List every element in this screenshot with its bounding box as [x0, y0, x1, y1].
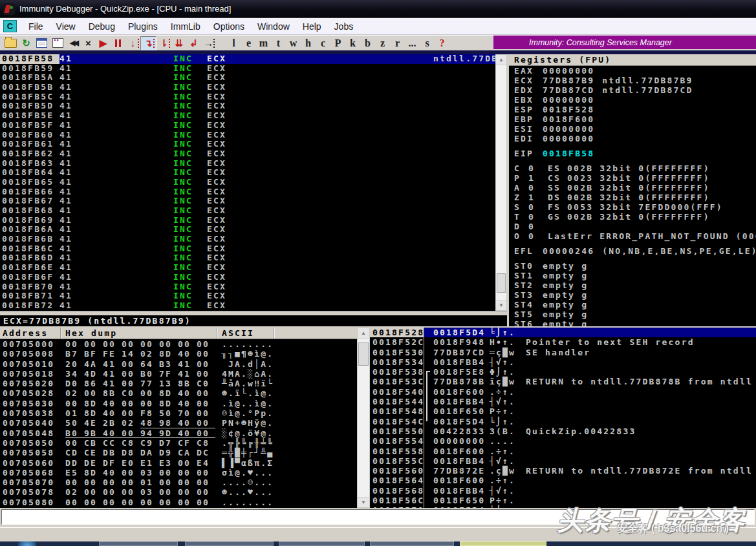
dump-row[interactable]: 0070502802008BC0008D4000☻.ï└.ì@. [0, 388, 357, 398]
disassembly-scrollbar[interactable]: ▲ ▼ [495, 54, 507, 311]
register-row[interactable]: Z1DS 002B 32bit 0(FFFFFFFF) [509, 193, 756, 202]
toolbar-letter-b[interactable]: b [360, 37, 375, 49]
register-row[interactable]: D0 [509, 222, 756, 231]
dump-row[interactable]: 00705068E58D400003000000σì@.♥... [0, 468, 357, 478]
disasm-row[interactable]: 0018FB6E41INCECX [0, 263, 495, 273]
disasm-row[interactable]: 0018FB6041INCECX [0, 131, 495, 140]
pause-icon[interactable] [111, 37, 125, 50]
disasm-row[interactable]: 0018FB7241INCECX [0, 301, 495, 311]
stack-row[interactable]: 0018F56077DB872E.ç█wRETURN to ntdll.77DB… [370, 466, 756, 476]
taskbar-button[interactable] [279, 541, 365, 546]
toolbar-letter-l[interactable]: l [226, 37, 241, 49]
run-icon[interactable]: ▶ [96, 37, 111, 50]
register-row[interactable]: P1CS 0023 32bit 0(FFFFFFFF) [509, 173, 756, 183]
stack-row[interactable]: 0018F5640018F600.÷↑. [370, 476, 756, 485]
stack-row[interactable]: 0018F53C77DB878Bïç█wRETURN to ntdll.77DB… [370, 377, 756, 386]
taskbar-button-active[interactable] [460, 541, 546, 546]
stack-row[interactable]: 0018F55400000000.... [370, 436, 756, 446]
scroll-up-icon[interactable]: ▲ [496, 55, 506, 65]
menu-item-plugins[interactable]: Plugins [122, 20, 164, 33]
toolbar-letter-?[interactable]: ? [435, 37, 449, 49]
register-row[interactable]: ESI00000000 [509, 124, 756, 134]
disasm-row[interactable]: 0018FB7041INCECX [0, 282, 495, 292]
dump-scrollbar[interactable]: ▲ ▼ [357, 328, 370, 508]
disasm-row[interactable]: 0018FB5B41INCECX [0, 83, 495, 92]
stack-row[interactable]: 0018F5380018F5E8Φ⌡↑. [370, 367, 756, 377]
open-folder-icon[interactable] [5, 39, 17, 48]
scroll-up-icon[interactable]: ▲ [358, 328, 369, 339]
register-row[interactable]: ESP0018F528 [509, 105, 756, 114]
pass-exception-icon[interactable]: → [201, 37, 216, 50]
toolbar-letter-...[interactable]: ... [405, 37, 420, 49]
windows-icon[interactable] [52, 38, 63, 48]
menu-item-jobs[interactable]: Jobs [328, 20, 360, 33]
toolbar-letter-e[interactable]: e [241, 37, 256, 49]
disasm-row[interactable]: 0018FB6B41INCECX [0, 235, 495, 244]
disasm-row[interactable]: 0018FB5941INCECX [0, 64, 495, 74]
cpu-child-window-icon[interactable]: C [3, 20, 17, 32]
scrollbar-thumb[interactable] [497, 273, 506, 293]
disasm-row[interactable]: 0018FB5F41INCECX [0, 121, 495, 131]
taskbar-button[interactable] [370, 541, 454, 546]
step-into-icon[interactable]: ↓ [125, 37, 140, 50]
register-row[interactable]: C0ES 002B 32bit 0(FFFFFFFF) [509, 163, 756, 173]
toolbar-letter-t[interactable]: t [271, 37, 286, 49]
register-row[interactable]: T0GS 002B 32bit 0(FFFFFFFF) [509, 212, 756, 222]
dump-row[interactable]: 00705010204A410064B34100 JA.d│A. [0, 359, 357, 369]
dump-row[interactable]: 00705048B09B4000949D4000░¢@.ö¥@. [0, 428, 357, 438]
dump-row[interactable]: 00705058CDCEDBD8DAD9CADC═╬█╪┌┘╩▄ [0, 448, 357, 457]
dump-row[interactable]: 007050800000000000000000........ [0, 498, 357, 507]
dump-row[interactable]: 00705030008D4000008D4000.ì@..ì@. [0, 399, 357, 408]
scroll-down-icon[interactable]: ▼ [358, 497, 369, 507]
register-row[interactable]: A0SS 002B 32bit 0(FFFFFFFF) [509, 183, 756, 193]
register-row[interactable]: S0FS 0053 32bit 7EFDD000(FFF) [509, 202, 756, 212]
toolbar-letter-w[interactable]: w [286, 37, 301, 49]
menu-item-help[interactable]: Help [296, 20, 328, 33]
register-row[interactable]: EBP0018F600 [509, 114, 756, 124]
toolbar-letter-m[interactable]: m [256, 37, 271, 49]
disasm-row[interactable]: 0018FB6641INCECX [0, 187, 495, 197]
menu-item-file[interactable]: File [22, 20, 50, 33]
stack-row[interactable]: 0018F53077DB87CD═ç█wSE handler [370, 348, 756, 357]
stack-row[interactable]: 0018F54C0018F5D4╘⌡↑. [370, 417, 756, 426]
animate-over-icon[interactable]: ⇊ [171, 37, 186, 50]
log-window-icon[interactable] [36, 38, 47, 48]
toolbar-letter-k[interactable]: k [345, 37, 360, 49]
restart-icon[interactable]: ↻ [19, 37, 34, 50]
register-row[interactable]: ST3empty g [509, 290, 756, 300]
menu-item-immlib[interactable]: ImmLib [164, 20, 207, 33]
register-row[interactable]: EFL00000246(NO,NB,E,BE,NS,PE,GE,LE) [509, 246, 756, 256]
close-icon[interactable]: × [81, 37, 96, 50]
dump-row[interactable]: 00705008B7BFFE14028D4000╖┐■¶☻ì@. [0, 349, 357, 359]
disasm-row[interactable]: 0018FB6C41INCECX [0, 244, 495, 254]
scrollbar-thumb[interactable] [358, 342, 369, 366]
dump-header-address[interactable]: Address [0, 328, 61, 339]
stack-row[interactable]: 0018F5480018F650P÷↑. [370, 406, 756, 416]
disasm-row[interactable]: 0018FB6A41INCECX [0, 225, 495, 235]
register-row[interactable]: ST2empty g [509, 280, 756, 290]
menu-item-options[interactable]: Options [207, 20, 251, 33]
dump-row[interactable]: 007050780200000003000000☻...♥... [0, 487, 357, 497]
register-row[interactable]: EAX00000000 [509, 66, 756, 76]
stack-row[interactable]: 0018F52C0018F948H∙↑.Pointer to next SEH … [370, 337, 756, 347]
register-row[interactable]: EBX00000000 [509, 95, 756, 105]
disasm-row[interactable]: 0018FB5C41INCECX [0, 92, 495, 102]
disasm-row[interactable]: 0018FB6141INCECX [0, 140, 495, 149]
dump-row[interactable]: 0070505000CBCCC8C9D7CFC8.╦╠╚╔╫╧╚ [0, 438, 357, 448]
scroll-down-icon[interactable]: ▼ [496, 300, 506, 310]
stack-row[interactable]: 0018F5280018F5D4╘⌡↑. [370, 328, 756, 337]
dump-row[interactable]: 00705020D086410077138BC0╨åA.w‼ï└ [0, 379, 357, 388]
dump-row[interactable]: 007050000000000000000000........ [0, 339, 357, 349]
stack-row[interactable]: 0018F55C0018FBB4┤√↑. [370, 456, 756, 466]
register-row[interactable]: ST0empty g [509, 261, 756, 271]
disasm-row[interactable]: 0018FB5E41INCECX [0, 111, 495, 121]
disasm-row[interactable]: 0018FB6341INCECX [0, 159, 495, 169]
toolbar-letter-h[interactable]: h [301, 37, 316, 49]
disasm-row[interactable]: 0018FB7141INCECX [0, 291, 495, 301]
register-row[interactable]: EDX77DB87CDntdll.77DB87CD [509, 85, 756, 95]
register-row[interactable]: O0LastErr ERROR_PATH_NOT_FOUND (000 [509, 231, 756, 241]
disasm-row[interactable]: 0018FB6741INCECX [0, 196, 495, 206]
register-row[interactable]: ECX77DB87B9ntdll.77DB87B9 [509, 76, 756, 85]
toolbar-letter-P[interactable]: P [330, 37, 345, 49]
menu-item-window[interactable]: Window [251, 20, 296, 33]
